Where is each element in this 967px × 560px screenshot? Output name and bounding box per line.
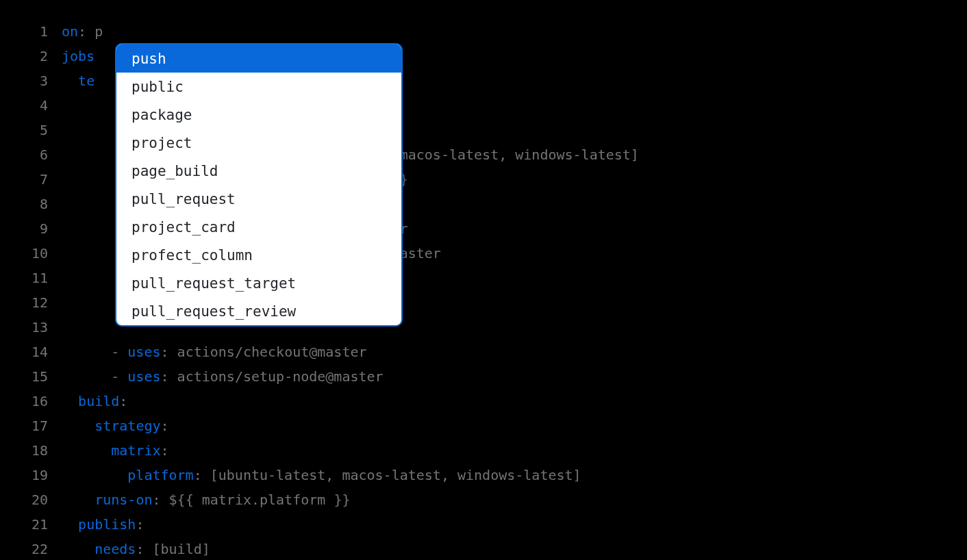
yaml-key: needs [95,541,136,557]
autocomplete-item-profect-column[interactable]: profect_column [116,241,401,269]
yaml-indent [62,418,95,434]
yaml-colon: : [136,541,152,557]
code-line[interactable]: matrix: [62,438,967,463]
yaml-key: strategy [95,418,160,434]
yaml-colon: : [161,344,177,360]
yaml-colon: : [78,23,95,40]
yaml-colon: : [136,516,144,533]
line-number: 4 [40,93,48,118]
line-number: 3 [40,68,48,93]
autocomplete-item-page-build[interactable]: page_build [116,157,401,185]
yaml-value: actions/checkout@master [177,344,367,360]
yaml-value: aster [400,245,441,262]
code-line[interactable]: build: [62,389,967,413]
yaml-key: build [78,393,119,409]
yaml-value: actions/setup-node@master [177,368,384,385]
yaml-key: publish [78,516,136,533]
yaml-indent [62,492,95,508]
autocomplete-item-project[interactable]: project [116,129,401,157]
yaml-value: ${{ matrix.platform }} [169,492,351,508]
yaml-key: uses [127,368,160,385]
autocomplete-item-public[interactable]: public [116,73,401,101]
autocomplete-item-pull-request[interactable]: pull_request [116,185,401,213]
line-number: 17 [32,413,48,438]
yaml-indent [62,516,78,533]
line-number: 7 [40,167,48,192]
line-number: 5 [40,118,48,142]
yaml-colon: : [161,442,169,459]
line-number: 9 [40,216,48,241]
yaml-indent [62,73,78,89]
yaml-indent [62,442,111,459]
autocomplete-item-pull-request-review[interactable]: pull_request_review [116,297,401,325]
yaml-colon: : [161,418,169,434]
yaml-colon: : [161,368,177,385]
yaml-key: uses [127,344,160,360]
line-number: 2 [40,44,48,68]
line-number: 19 [32,463,48,487]
yaml-indent [62,541,95,557]
code-line[interactable]: - uses: actions/setup-node@master [62,364,967,389]
code-line[interactable]: platform: [ubuntu-latest, macos-latest, … [62,463,967,487]
yaml-key: jobs [62,48,95,64]
line-number: 20 [32,487,48,512]
yaml-value: p [95,23,103,40]
line-number-gutter: 1 2 3 4 5 6 7 8 9 10 11 12 13 14 15 16 1… [0,19,62,560]
code-line[interactable]: needs: [build] [62,537,967,560]
line-number: 21 [32,512,48,537]
yaml-colon: : [152,492,168,508]
yaml-colon: : [119,393,127,409]
autocomplete-item-pull-request-target[interactable]: pull_request_target [116,269,401,297]
autocomplete-popup[interactable]: push public package project page_build p… [115,43,403,327]
yaml-key: te [78,73,95,89]
yaml-indent [62,467,127,483]
yaml-key: runs-on [95,492,152,508]
yaml-value: [build] [152,541,210,557]
line-number: 14 [32,340,48,364]
line-number: 11 [32,266,48,290]
line-number: 22 [32,537,48,560]
code-line[interactable]: - uses: actions/checkout@master [62,340,967,364]
yaml-colon: : [194,467,210,483]
yaml-key: platform [127,467,193,483]
yaml-key: on [62,23,78,40]
line-number: 12 [32,290,48,315]
code-line[interactable]: strategy: [62,413,967,438]
line-number: 13 [32,315,48,340]
line-number: 10 [32,241,48,266]
line-number: 16 [32,389,48,413]
line-number: 15 [32,364,48,389]
code-line[interactable]: runs-on: ${{ matrix.platform }} [62,487,967,512]
line-number: 18 [32,438,48,463]
yaml-value: [ubuntu-latest, macos-latest, windows-la… [210,467,581,483]
yaml-value: , macos-latest, windows-latest] [384,147,639,163]
autocomplete-item-push[interactable]: push [116,44,401,73]
autocomplete-item-package[interactable]: package [116,101,401,129]
code-line[interactable]: publish: [62,512,967,537]
yaml-indent: - [62,368,127,385]
autocomplete-item-project-card[interactable]: project_card [116,213,401,241]
yaml-indent: - [62,344,127,360]
line-number: 6 [40,142,48,167]
yaml-key: matrix [111,442,160,459]
line-number: 1 [40,19,48,44]
yaml-indent [62,393,78,409]
code-line[interactable]: on: p [62,19,967,44]
line-number: 8 [40,192,48,216]
